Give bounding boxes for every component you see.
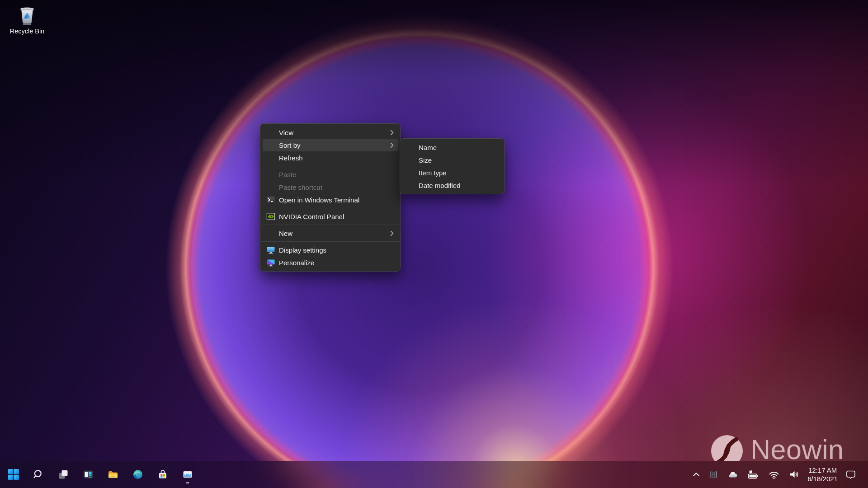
widgets-icon xyxy=(82,469,94,480)
running-app-indicator xyxy=(186,482,189,483)
task-manager-button[interactable] xyxy=(178,465,198,484)
submenu-item-date-modified[interactable]: Date modified xyxy=(402,179,502,192)
microsoft-store-icon xyxy=(157,469,169,480)
menu-item-open-in-windows-terminal[interactable]: Open in Windows Terminal xyxy=(263,193,398,206)
recycle-bin-icon xyxy=(16,5,38,26)
menu-icon-slot xyxy=(266,170,275,179)
menu-item-label: Display settings xyxy=(279,246,326,254)
tray-app-button[interactable] xyxy=(708,469,719,480)
menu-item-view[interactable]: View xyxy=(263,126,398,139)
notification-center-button[interactable] xyxy=(844,468,858,481)
clock[interactable]: 12:17 AM 6/18/2021 xyxy=(807,466,838,483)
system-tray: 12:17 AM 6/18/2021 xyxy=(691,466,868,483)
menu-item-personalize[interactable]: Personalize xyxy=(263,256,398,269)
clock-date: 6/18/2021 xyxy=(807,474,838,483)
menu-item-label: Open in Windows Terminal xyxy=(279,196,359,204)
menu-item-label: Refresh xyxy=(279,154,303,162)
submenu-item-item-type[interactable]: Item type xyxy=(402,166,502,179)
onedrive-cloud-icon xyxy=(726,469,738,479)
desktop-icon-recycle-bin[interactable]: Recycle Bin xyxy=(5,5,49,35)
menu-icon-slot xyxy=(266,141,275,150)
menu-icon-slot xyxy=(406,168,415,177)
volume-icon xyxy=(788,469,800,480)
watermark-text: Neowin xyxy=(750,435,844,461)
neowin-logo-icon xyxy=(710,432,744,461)
wifi-button[interactable] xyxy=(767,468,781,481)
windows-terminal-icon xyxy=(266,195,275,204)
battery-button[interactable] xyxy=(745,468,761,481)
notification-bubble-icon xyxy=(845,469,857,480)
file-explorer-icon xyxy=(107,469,119,480)
submenu-item-name[interactable]: Name xyxy=(402,141,502,154)
chevron-up-icon xyxy=(692,471,700,478)
menu-item-label: Personalize xyxy=(279,259,314,267)
onedrive-button[interactable] xyxy=(725,468,740,481)
chevron-right-icon xyxy=(390,142,394,148)
neowin-watermark: Neowin xyxy=(710,432,862,461)
chevron-right-icon xyxy=(390,130,394,136)
menu-item-label: Paste xyxy=(279,171,296,178)
desktop-context-menu: View Sort by Refresh Paste Paste shortcu… xyxy=(260,123,401,272)
battery-charging-icon xyxy=(747,469,760,480)
menu-item-label: Date modified xyxy=(419,182,461,189)
widgets-button[interactable] xyxy=(78,465,98,484)
menu-icon-slot xyxy=(266,229,275,238)
search-icon xyxy=(33,469,44,480)
menu-item-label: Size xyxy=(419,156,432,164)
display-settings-icon xyxy=(266,245,275,254)
hidden-icons-button[interactable] xyxy=(691,469,702,479)
search-button[interactable] xyxy=(28,465,48,484)
taskbar-app-buttons xyxy=(0,465,198,484)
chevron-right-icon xyxy=(390,230,394,236)
file-explorer-button[interactable] xyxy=(103,465,123,484)
microsoft-store-button[interactable] xyxy=(153,465,173,484)
menu-icon-slot xyxy=(266,128,275,137)
desktop-background[interactable] xyxy=(0,0,868,488)
wifi-icon xyxy=(768,469,780,480)
menu-item-display-settings[interactable]: Display settings xyxy=(263,244,398,256)
menu-item-label: NVIDIA Control Panel xyxy=(279,213,344,221)
menu-icon-slot xyxy=(406,181,415,190)
windows-start-icon xyxy=(8,469,19,480)
submenu-item-size[interactable]: Size xyxy=(402,154,502,166)
volume-button[interactable] xyxy=(787,468,802,481)
menu-item-new[interactable]: New xyxy=(263,227,398,239)
start-button[interactable] xyxy=(4,465,24,484)
menu-separator xyxy=(261,241,400,242)
taskbar: 12:17 AM 6/18/2021 xyxy=(0,461,868,488)
task-view-button[interactable] xyxy=(53,465,73,484)
nvidia-icon xyxy=(266,212,275,221)
menu-item-label: Name xyxy=(419,144,437,151)
sort-by-submenu: Name Size Item type Date modified xyxy=(400,138,505,194)
menu-item-label: Paste shortcut xyxy=(279,183,322,191)
menu-separator xyxy=(261,166,400,166)
menu-item-label: Item type xyxy=(419,169,447,177)
task-view-icon xyxy=(57,469,69,480)
menu-separator xyxy=(261,225,400,225)
edge-button[interactable] xyxy=(128,465,148,484)
menu-separator xyxy=(261,208,400,208)
menu-item-paste-shortcut: Paste shortcut xyxy=(263,181,398,193)
menu-icon-slot xyxy=(266,183,275,192)
menu-item-refresh[interactable]: Refresh xyxy=(263,151,398,164)
menu-item-label: View xyxy=(279,129,293,136)
menu-item-label: Sort by xyxy=(279,141,301,149)
menu-icon-slot xyxy=(266,153,275,162)
clock-time: 12:17 AM xyxy=(807,466,838,474)
menu-icon-slot xyxy=(406,143,415,152)
task-manager-icon xyxy=(182,469,193,480)
menu-item-label: New xyxy=(279,230,292,237)
menu-item-sort-by[interactable]: Sort by xyxy=(263,139,398,151)
menu-icon-slot xyxy=(406,155,415,164)
tray-grid-icon xyxy=(709,470,718,479)
desktop-icon-label: Recycle Bin xyxy=(10,28,45,35)
menu-item-paste: Paste xyxy=(263,168,398,181)
edge-browser-icon xyxy=(132,469,144,480)
menu-item-nvidia-control-panel[interactable]: NVIDIA Control Panel xyxy=(263,210,398,223)
personalize-icon xyxy=(266,258,275,267)
screen: Recycle Bin Neowin View Sort by Refresh xyxy=(0,0,868,488)
